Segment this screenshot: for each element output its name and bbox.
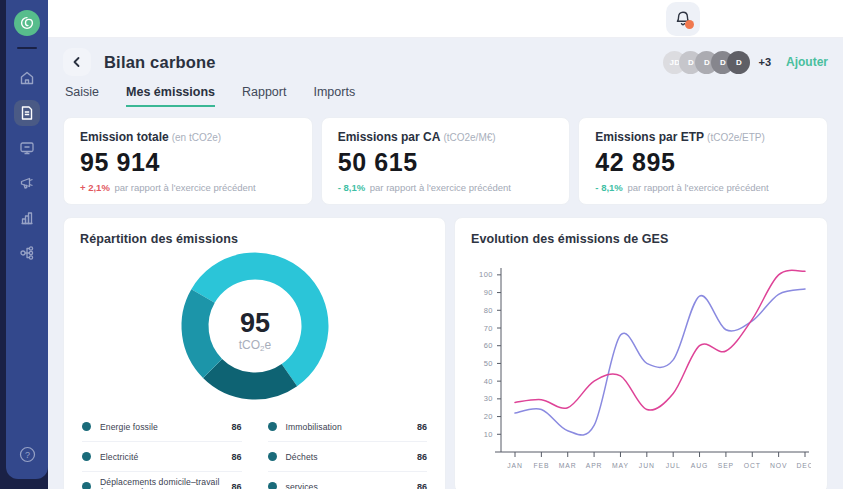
tab-mes-missions[interactable]: Mes émissions xyxy=(126,85,215,107)
sidebar-item-help[interactable]: ? xyxy=(14,441,40,467)
stat-card: Emission totale(en tCO2e)95 914+ 2,1% pa… xyxy=(63,117,313,205)
legend-value: 86 xyxy=(231,482,241,489)
y-tick-label: 90 xyxy=(484,288,493,297)
document-icon xyxy=(19,105,35,121)
legend-dot-icon xyxy=(268,482,277,489)
sidebar-item-analytics[interactable] xyxy=(14,205,40,231)
x-tick-label: JAN xyxy=(507,462,523,469)
legend-label: Déplacements domicile–travail (En tCO2e) xyxy=(91,477,231,489)
help-icon: ? xyxy=(19,446,36,463)
x-tick-label: JUN xyxy=(639,462,655,469)
network-icon xyxy=(19,245,35,261)
stat-title: Emissions par CA(tCO2e/M€) xyxy=(338,130,554,144)
donut-chart: 95tCO2e xyxy=(80,248,429,406)
notifications-button[interactable] xyxy=(666,2,700,36)
legend-item: Immobilisation86 xyxy=(268,412,428,442)
screen-icon xyxy=(19,140,35,156)
page-title: Bilan carbone xyxy=(104,53,216,72)
donut-segment-2 xyxy=(194,296,212,368)
stat-delta: - 8,1% par rapport à l'exercice précéden… xyxy=(595,182,811,193)
stat-delta: + 2,1% par rapport à l'exercice précéden… xyxy=(80,182,296,193)
line-series-serie-bleue xyxy=(515,289,805,435)
svg-text:?: ? xyxy=(24,450,29,460)
y-tick-label: 20 xyxy=(484,412,493,421)
legend-column: Immobilisation86Déchets86services86Utili… xyxy=(268,412,428,489)
legend-column: Energie fossile86Electricité86Déplacemen… xyxy=(82,412,242,489)
app-logo xyxy=(13,9,41,37)
chevron-left-icon xyxy=(71,56,83,68)
legend-dot-icon xyxy=(268,452,277,461)
line-chart-svg: 102030405060708090100JANFEBMARAPRMAYJUNJ… xyxy=(471,254,811,480)
emissions-evolution-card: Evolution des émissions de GES 102030405… xyxy=(454,217,828,489)
donut-segment-1 xyxy=(212,368,289,386)
legend-value: 86 xyxy=(231,422,241,432)
line-chart-title: Evolution des émissions de GES xyxy=(471,232,811,246)
legend-value: 86 xyxy=(417,422,427,432)
line-series-serie-rose xyxy=(515,270,805,410)
donut-chart-title: Répartition des émissions xyxy=(80,232,429,246)
tab-saisie[interactable]: Saisie xyxy=(65,85,99,107)
legend-dot-icon xyxy=(82,422,91,431)
legend-dot-icon xyxy=(268,422,277,431)
avatar-group: JDDDDD xyxy=(663,51,750,74)
y-tick-label: 50 xyxy=(484,359,493,368)
x-tick-label: SEP xyxy=(718,462,734,469)
add-member-link[interactable]: Ajouter xyxy=(786,55,828,69)
donut-legend: Energie fossile86Electricité86Déplacemen… xyxy=(80,412,429,489)
stat-card: Emissions par ETP(tCO2e/ETP)42 895- 8,1%… xyxy=(578,117,828,205)
x-tick-label: FEB xyxy=(533,462,549,469)
tab-bar: SaisieMes émissionsRapportImports xyxy=(63,85,828,107)
topbar xyxy=(48,0,843,38)
legend-label: Energie fossile xyxy=(91,422,231,432)
x-tick-label: JUL xyxy=(666,462,681,469)
main-content: Bilan carbone JDDDDD +3 Ajouter SaisieMe… xyxy=(48,38,843,489)
spiral-leaf-logo xyxy=(13,9,41,37)
y-tick-label: 70 xyxy=(484,324,493,333)
back-button[interactable] xyxy=(63,48,91,76)
legend-label: Immobilisation xyxy=(277,422,417,432)
x-tick-label: OCT xyxy=(744,462,761,469)
legend-item: Electricité86 xyxy=(82,442,242,472)
avatar[interactable]: D xyxy=(727,51,750,74)
home-icon xyxy=(19,70,35,86)
stat-value: 42 895 xyxy=(595,148,811,177)
sidebar-item-documents[interactable] xyxy=(14,100,40,126)
y-tick-label: 10 xyxy=(484,430,493,439)
x-tick-label: DEC xyxy=(796,462,811,469)
legend-value: 86 xyxy=(231,452,241,462)
stat-title: Emissions par ETP(tCO2e/ETP) xyxy=(595,130,811,144)
legend-item: Déchets86 xyxy=(268,442,428,472)
x-tick-label: APR xyxy=(586,462,603,469)
emissions-breakdown-card: Répartition des émissions 95tCO2e Energi… xyxy=(63,217,446,489)
legend-item: Energie fossile86 xyxy=(82,412,242,442)
sidebar-item-home[interactable] xyxy=(14,65,40,91)
y-tick-label: 30 xyxy=(484,394,493,403)
stat-cards-row: Emission totale(en tCO2e)95 914+ 2,1% pa… xyxy=(63,117,828,205)
stat-unit: (tCO2e/ETP) xyxy=(707,132,765,143)
sidebar-item-organisation[interactable] xyxy=(14,240,40,266)
sidebar-item-announcements[interactable] xyxy=(14,170,40,196)
donut-center-value: 95 xyxy=(239,308,269,338)
page-header: Bilan carbone JDDDDD +3 Ajouter xyxy=(63,46,828,78)
y-tick-label: 60 xyxy=(484,341,493,350)
bell-icon xyxy=(674,10,692,28)
tab-imports[interactable]: Imports xyxy=(313,85,355,107)
stat-card: Emissions par CA(tCO2e/M€)50 615- 8,1% p… xyxy=(321,117,571,205)
legend-value: 86 xyxy=(417,452,427,462)
legend-dot-icon xyxy=(82,482,91,489)
legend-dot-icon xyxy=(82,452,91,461)
tab-rapport[interactable]: Rapport xyxy=(242,85,286,107)
avatar-overflow-count: +3 xyxy=(758,56,771,68)
donut-center-unit: tCO2e xyxy=(238,338,271,353)
charts-row: Répartition des émissions 95tCO2e Energi… xyxy=(63,217,828,489)
stat-title: Emission totale(en tCO2e) xyxy=(80,130,296,144)
x-tick-label: MAY xyxy=(612,462,629,469)
y-tick-label: 100 xyxy=(479,270,493,279)
sidebar-item-screen[interactable] xyxy=(14,135,40,161)
legend-value: 86 xyxy=(417,482,427,489)
donut-svg: 95tCO2e xyxy=(171,248,339,406)
y-tick-label: 40 xyxy=(484,377,493,386)
legend-label: Electricité xyxy=(91,452,231,462)
megaphone-icon xyxy=(19,175,35,191)
stat-unit: (tCO2e/M€) xyxy=(443,132,495,143)
